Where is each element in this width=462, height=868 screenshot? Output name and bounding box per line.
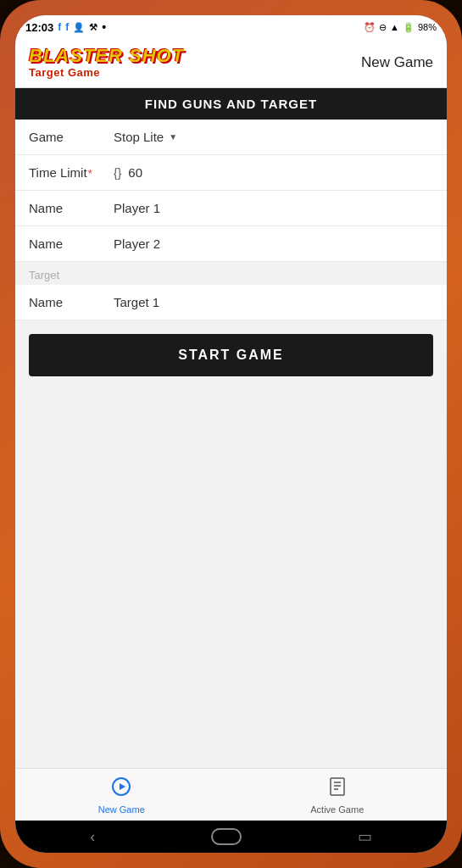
- find-guns-header: FIND GUNS AND TARGET: [15, 88, 447, 120]
- app-title: BLASTER SHOT Target Game: [29, 46, 184, 79]
- bottom-nav: New Game Active Game: [15, 768, 447, 821]
- target-1-row: Name Target 1: [15, 285, 447, 320]
- person-icon: 👤: [73, 22, 85, 33]
- content-area: FIND GUNS AND TARGET Game Stop Lite ▼: [15, 88, 447, 821]
- dot-icon: •: [102, 20, 106, 34]
- back-button[interactable]: ‹: [90, 828, 95, 846]
- time-limit-number[interactable]: 60: [128, 165, 142, 180]
- alarm-icon: ⏰: [364, 22, 376, 33]
- app-title-main: BLASTER SHOT: [29, 46, 184, 66]
- home-button[interactable]: [211, 828, 242, 845]
- target-form-section: Name Target 1: [15, 285, 447, 320]
- fb-icon-1: f: [58, 21, 61, 33]
- target-1-value[interactable]: Target 1: [114, 295, 159, 309]
- battery-icon: 🔋: [403, 22, 415, 33]
- target-section-label: Target: [15, 262, 447, 285]
- nav-item-new-game[interactable]: New Game: [98, 776, 145, 815]
- signal-icon: ▲: [390, 22, 399, 32]
- content-spacer: [15, 390, 447, 768]
- svg-rect-2: [331, 778, 344, 795]
- game-row: Game Stop Lite ▼: [15, 120, 447, 155]
- phone-inner: 12:03 f f 👤 ⚒ • ⏰ ⊖ ▲ 🔋 98% BL: [15, 15, 447, 853]
- player-1-value[interactable]: Player 1: [114, 201, 160, 215]
- required-star: *: [88, 167, 92, 180]
- player-1-label: Name: [29, 201, 114, 215]
- tools-icon: ⚒: [89, 22, 97, 33]
- recents-button[interactable]: ▭: [358, 827, 372, 846]
- dropdown-arrow-icon: ▼: [169, 132, 177, 142]
- active-game-nav-icon: [327, 776, 348, 802]
- player-2-row: Name Player 2: [15, 226, 447, 262]
- phone-outer: 12:03 f f 👤 ⚒ • ⏰ ⊖ ▲ 🔋 98% BL: [0, 0, 462, 868]
- player-1-row: Name Player 1: [15, 191, 447, 226]
- battery-percent: 98%: [418, 22, 437, 32]
- nav-item-active-game[interactable]: Active Game: [310, 776, 364, 815]
- svg-marker-1: [120, 783, 125, 790]
- header-new-game-button[interactable]: New Game: [361, 54, 433, 71]
- time-limit-value: {} 60: [114, 165, 142, 180]
- player-2-label: Name: [29, 236, 114, 251]
- screen: 12:03 f f 👤 ⚒ • ⏰ ⊖ ▲ 🔋 98% BL: [15, 15, 447, 853]
- form-section: Game Stop Lite ▼ Time Limit* {}: [15, 120, 447, 262]
- game-value-text: Stop Lite: [114, 130, 164, 144]
- new-game-nav-label: New Game: [98, 804, 145, 815]
- status-bar: 12:03 f f 👤 ⚒ • ⏰ ⊖ ▲ 🔋 98%: [15, 15, 447, 39]
- time-limit-row: Time Limit* {} 60: [15, 155, 447, 191]
- app-header: BLASTER SHOT Target Game New Game: [15, 39, 447, 88]
- minus-circle-icon: ⊖: [379, 22, 387, 33]
- status-left: 12:03 f f 👤 ⚒ •: [25, 20, 106, 34]
- fb-icon-2: f: [65, 21, 69, 33]
- start-game-button[interactable]: START GAME: [29, 334, 433, 376]
- player-2-value[interactable]: Player 2: [114, 236, 160, 251]
- status-right: ⏰ ⊖ ▲ 🔋 98%: [364, 22, 437, 33]
- time-limit-label: Time Limit*: [29, 165, 114, 180]
- app-title-sub: Target Game: [29, 66, 184, 79]
- game-value-dropdown[interactable]: Stop Lite ▼: [114, 130, 177, 144]
- status-time: 12:03: [25, 21, 53, 34]
- active-game-nav-label: Active Game: [310, 804, 364, 815]
- time-icon: {}: [114, 166, 121, 180]
- new-game-nav-icon: [111, 776, 131, 802]
- system-bar: ‹ ▭: [15, 821, 447, 853]
- game-label: Game: [29, 130, 114, 144]
- target-1-label: Name: [29, 295, 114, 309]
